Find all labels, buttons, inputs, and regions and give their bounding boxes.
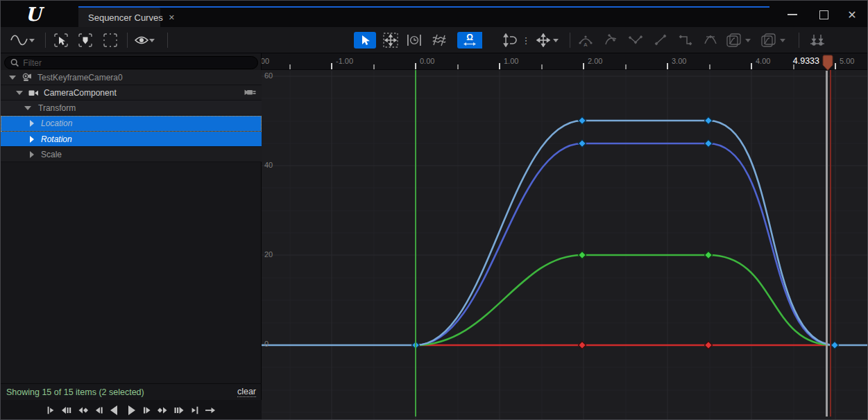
tree-row-camera-component[interactable]: CameraComponent — [1, 85, 262, 100]
chevron-down-icon — [29, 39, 35, 42]
tangent-broken-button[interactable] — [627, 32, 645, 49]
caret-down-icon[interactable] — [9, 76, 16, 80]
left-right-arrows-icon — [463, 42, 476, 46]
chevron-down-icon — [780, 39, 785, 42]
sequencer-curves-window: U Sequencer Curves ✕ ✕ — [0, 0, 868, 420]
keyframe[interactable] — [705, 252, 713, 259]
curve-editor-toolbar: Ω ⋮ ⋮ — [1, 27, 867, 53]
svg-text:A: A — [584, 42, 588, 47]
transport-to-front-button[interactable] — [46, 405, 56, 416]
curve-graph-area[interactable]: -2.00 -1.00 0.00 1.00 2.00 3.00 4.00 5.0… — [262, 53, 868, 420]
window-close-button[interactable]: ✕ — [842, 6, 862, 23]
select-tool-button-active[interactable] — [354, 32, 376, 49]
caret-right-icon[interactable] — [30, 136, 34, 143]
transport-step-back-button[interactable] — [93, 405, 103, 416]
playhead-stem[interactable] — [826, 71, 828, 417]
keyframe[interactable] — [705, 117, 713, 125]
minimize-icon — [788, 14, 797, 15]
marquee-select-empty-button[interactable] — [101, 32, 119, 49]
tangent-constant-button[interactable] — [676, 32, 695, 49]
tree-row-rotation[interactable]: Rotation — [1, 132, 262, 147]
pilot-camera-icon[interactable] — [244, 88, 256, 97]
maximize-icon — [819, 10, 828, 19]
transport-jump-forward-button[interactable] — [173, 405, 186, 416]
keyframe[interactable] — [579, 342, 586, 349]
tangent-linear-button[interactable] — [652, 32, 670, 49]
snap-value-toggle[interactable] — [500, 32, 520, 49]
search-icon — [10, 58, 19, 67]
tree-row-transform[interactable]: Transform — [1, 100, 262, 116]
curve-blue[interactable] — [416, 143, 833, 345]
move-cross-icon — [536, 33, 550, 47]
post-infinity-icon — [760, 33, 777, 48]
curve-outliner-panel: TestKeyframeCamera0 CameraComponent Tran… — [1, 53, 262, 420]
pre-infinity-dropdown[interactable] — [724, 32, 753, 49]
multi-select-tool-button[interactable] — [429, 32, 449, 49]
grid-minor — [262, 70, 868, 420]
filter-input[interactable] — [23, 58, 252, 68]
post-infinity-dropdown[interactable] — [758, 32, 788, 49]
tab-sequencer-curves[interactable]: Sequencer Curves ✕ — [78, 8, 160, 27]
chevron-down-icon — [553, 39, 559, 42]
tree-label: TestKeyframeCamera0 — [37, 73, 123, 82]
tree-row-location[interactable]: Location — [1, 116, 262, 132]
tree-label: Location — [41, 119, 72, 128]
grid-options-button[interactable]: ⋮ — [521, 32, 531, 49]
tree-row-scale[interactable]: Scale — [1, 147, 262, 162]
transport-step-forward-button[interactable] — [142, 405, 153, 416]
transport-prev-key-button[interactable] — [76, 405, 89, 416]
tangent-auto-icon: A — [578, 33, 593, 47]
caret-right-icon[interactable] — [30, 120, 34, 127]
tangent-weighted-icon — [603, 33, 618, 47]
kebab-icon: ⋮ — [522, 35, 531, 46]
camera-actor-icon — [22, 73, 33, 82]
transport-to-end-button[interactable] — [190, 405, 200, 416]
window-minimize-button[interactable] — [782, 6, 803, 23]
transport-play-button[interactable] — [125, 404, 138, 417]
playhead-marker[interactable] — [822, 55, 833, 71]
transport-reverse-button[interactable] — [108, 404, 121, 417]
tree-label: CameraComponent — [44, 88, 117, 98]
tree-row-camera-actor[interactable]: TestKeyframeCamera0 — [1, 70, 262, 85]
ruler-label: -2.00 — [262, 57, 269, 65]
key-details-button[interactable] — [806, 32, 829, 49]
filter-box[interactable] — [4, 56, 258, 69]
keyframe[interactable] — [705, 342, 713, 349]
curve-plot[interactable] — [262, 70, 868, 420]
status-text: Showing 15 of 15 items (2 selected) — [6, 387, 144, 397]
retime-tool-button[interactable] — [405, 32, 424, 49]
transform-tool-button[interactable] — [381, 32, 400, 49]
curve-options-dropdown[interactable] — [6, 32, 38, 49]
caret-down-icon[interactable] — [24, 106, 31, 110]
keyframe[interactable] — [705, 140, 713, 148]
keyframe[interactable] — [579, 117, 586, 125]
time-ruler[interactable]: -2.00 -1.00 0.00 1.00 2.00 3.00 4.00 5.0… — [262, 53, 868, 70]
marquee-select-keys-button[interactable] — [76, 32, 94, 49]
keyframe[interactable] — [579, 140, 586, 148]
clear-selection-link[interactable]: clear — [237, 387, 256, 397]
tangent-linear-icon — [653, 33, 668, 47]
tab-close-icon[interactable]: ✕ — [169, 13, 175, 22]
transform-marquee-icon — [382, 32, 399, 49]
transport-jump-back-button[interactable] — [60, 405, 72, 416]
chevron-down-icon — [745, 39, 751, 42]
keyframe[interactable] — [831, 342, 839, 349]
pre-infinity-icon — [726, 33, 742, 48]
curve-visibility-dropdown[interactable] — [133, 32, 156, 49]
caret-down-icon[interactable] — [16, 91, 23, 95]
tangent-auto-button[interactable]: A — [577, 32, 595, 49]
tree-label: Rotation — [41, 134, 72, 144]
tangent-flatten-button[interactable] — [701, 32, 720, 49]
transport-playback-mode-button[interactable] — [204, 405, 216, 416]
tangent-weighted-button[interactable] — [602, 32, 620, 49]
snap-time-toggle-active[interactable]: Ω — [457, 32, 482, 49]
unreal-logo-icon: U — [22, 2, 45, 26]
caret-right-icon[interactable] — [30, 151, 34, 158]
window-maximize-button[interactable] — [813, 6, 834, 23]
marquee-select-tool-button[interactable] — [52, 32, 70, 49]
transport-next-key-button[interactable] — [157, 405, 169, 416]
move-mode-dropdown[interactable] — [534, 32, 561, 49]
active-tab-accent-line — [78, 6, 769, 8]
ruler-label: 3.00 — [672, 57, 686, 65]
keyframe[interactable] — [579, 252, 586, 259]
